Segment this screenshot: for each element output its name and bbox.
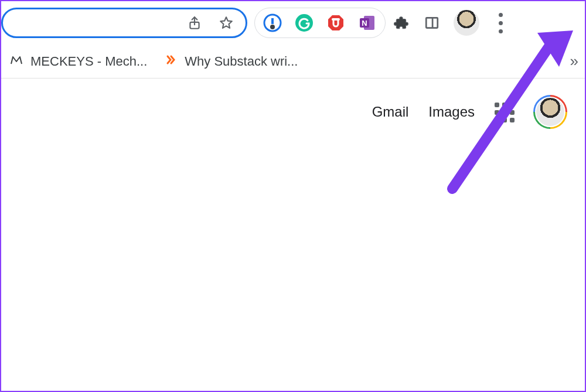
google-header: Gmail Images [1, 79, 585, 129]
profile-avatar-icon[interactable] [454, 10, 479, 36]
gmail-link[interactable]: Gmail [372, 104, 409, 120]
extension-grammarly-icon[interactable] [295, 13, 314, 32]
extension-onetab-icon[interactable] [263, 13, 282, 32]
bookmarks-overflow-button[interactable]: » [570, 52, 577, 70]
svg-text:N: N [362, 19, 367, 28]
avatar-image [535, 97, 565, 127]
side-panel-icon[interactable] [423, 14, 441, 32]
omnibox[interactable] [1, 8, 247, 38]
bookmark-label: MECKEYS - Mech... [30, 54, 147, 69]
bookmarks-bar: MECKEYS - Mech... Why Substack wri... » [1, 45, 585, 79]
chrome-menu-button[interactable] [492, 11, 509, 35]
extension-adblock-icon[interactable] [326, 13, 345, 32]
extensions-tray: N [254, 8, 386, 38]
extensions-puzzle-icon[interactable] [393, 14, 410, 32]
svg-rect-2 [271, 18, 274, 24]
star-icon[interactable] [217, 14, 235, 32]
browser-toolbar: N [1, 1, 585, 45]
images-link[interactable]: Images [428, 104, 475, 120]
svg-rect-6 [332, 18, 340, 21]
bookmark-label: Why Substack wri... [185, 54, 298, 69]
google-apps-icon[interactable] [495, 103, 513, 121]
share-icon[interactable] [186, 14, 203, 32]
google-account-avatar[interactable] [533, 95, 567, 129]
svg-point-3 [270, 25, 275, 29]
bookmark-favicon-substack-icon [163, 53, 178, 70]
bookmark-favicon-meckeys-icon [9, 53, 23, 70]
svg-marker-5 [328, 15, 343, 30]
extension-onenote-icon[interactable]: N [358, 13, 377, 32]
bookmark-item[interactable]: MECKEYS - Mech... [9, 53, 147, 70]
bookmark-item[interactable]: Why Substack wri... [163, 53, 298, 70]
toolbar-right-controls [393, 10, 512, 36]
